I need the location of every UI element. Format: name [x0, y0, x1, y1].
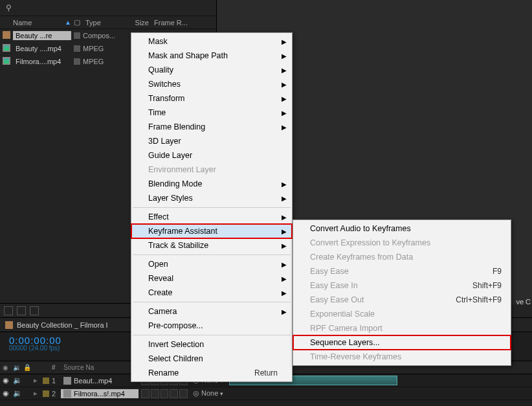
- eye-col-icon: ◉: [0, 364, 10, 371]
- col-name[interactable]: Name: [0, 19, 62, 27]
- submenu-item-label: Exponential Scale: [310, 310, 375, 319]
- context-menu[interactable]: Mask▶Mask and Shape Path▶Quality▶Switche…: [131, 32, 293, 382]
- label-swatch[interactable]: [71, 58, 83, 65]
- item-type-icon: [0, 57, 13, 66]
- footer-icon[interactable]: [4, 306, 13, 315]
- menu-item[interactable]: Transform▶: [131, 91, 292, 106]
- menu-item[interactable]: RenameReturn: [131, 366, 292, 380]
- timeline-layer-row[interactable]: ◉🔉▸2Filmora...s!.mp4◎ None ▾: [0, 387, 532, 400]
- submenu-item-label: Sequence Layers...: [310, 338, 380, 347]
- submenu-item: Easy Ease OutCtrl+Shift+F9: [293, 293, 511, 307]
- label-swatch[interactable]: [71, 45, 83, 52]
- audio-toggle[interactable]: 🔉: [10, 376, 21, 385]
- menu-item[interactable]: Frame Blending▶: [131, 120, 292, 134]
- eye-toggle[interactable]: ◉: [0, 376, 10, 385]
- submenu-item-label: Easy Ease Out: [310, 295, 364, 304]
- submenu-item-label: Convert Audio to Keyframes: [310, 224, 411, 233]
- menu-separator: [133, 254, 291, 255]
- eye-toggle[interactable]: ◉: [0, 389, 10, 398]
- menu-item[interactable]: 3D Layer: [131, 134, 292, 148]
- menu-item-label: Blending Mode: [148, 179, 202, 188]
- submenu-arrow-icon: ▶: [282, 52, 287, 60]
- twirl-icon[interactable]: ▸: [31, 376, 40, 385]
- label-swatch[interactable]: [71, 32, 83, 39]
- submenu-item-label: Time-Reverse Keyframes: [310, 352, 401, 361]
- submenu-arrow-icon: ▶: [282, 289, 287, 297]
- col-size[interactable]: Size: [122, 19, 151, 27]
- submenu-item: Exponential Scale: [293, 307, 511, 321]
- menu-shortcut: Ctrl+Shift+F9: [456, 295, 502, 304]
- menu-item-label: Track & Stabilize: [148, 241, 208, 250]
- menu-item[interactable]: Blending Mode▶: [131, 177, 292, 191]
- menu-item[interactable]: Layer Styles▶: [131, 191, 292, 205]
- menu-shortcut: Shift+F9: [472, 281, 502, 290]
- menu-item-label: Transform: [148, 94, 185, 103]
- menu-item-label: Pre-compose...: [148, 321, 203, 330]
- menu-item: Environment Layer: [131, 163, 292, 177]
- menu-separator: [133, 302, 291, 302]
- col-type[interactable]: Type: [83, 19, 122, 27]
- menu-item[interactable]: Switches▶: [131, 77, 292, 91]
- search-input[interactable]: [13, 3, 212, 13]
- audio-toggle[interactable]: 🔉: [10, 389, 21, 398]
- menu-item[interactable]: Mask and Shape Path▶: [131, 49, 292, 63]
- menu-item[interactable]: Reveal▶: [131, 271, 292, 286]
- menu-item-label: Keyframe Assistant: [148, 227, 217, 236]
- footer-icon[interactable]: [17, 306, 26, 315]
- menu-item[interactable]: Guide Layer: [131, 148, 292, 163]
- submenu-arrow-icon: ▶: [282, 67, 287, 74]
- blend-mode[interactable]: ◎ None ▾: [190, 389, 229, 398]
- menu-item[interactable]: Open▶: [131, 257, 292, 271]
- menu-shortcut: F9: [493, 267, 502, 276]
- layer-switches[interactable]: [139, 389, 190, 398]
- submenu-arrow-icon: ▶: [282, 214, 287, 221]
- menu-item-label: Invert Selection: [148, 340, 204, 349]
- menu-item[interactable]: Time▶: [131, 106, 292, 120]
- menu-item-label: Guide Layer: [148, 151, 192, 160]
- menu-item[interactable]: Quality▶: [131, 63, 292, 77]
- twirl-icon[interactable]: ▸: [31, 389, 40, 398]
- layer-index: 1: [49, 377, 61, 385]
- item-type: MPEG: [83, 45, 122, 52]
- layer-label[interactable]: [40, 390, 49, 397]
- menu-item[interactable]: Invert Selection: [131, 337, 292, 352]
- layer-name[interactable]: Beaut...mp4: [61, 377, 139, 385]
- menu-item[interactable]: Mask▶: [131, 34, 292, 49]
- submenu-item: Easy EaseF9: [293, 264, 511, 278]
- project-column-headers[interactable]: Name ▲ ▢ Type Size Frame R...: [0, 16, 216, 29]
- menu-item[interactable]: Track & Stabilize▶: [131, 238, 292, 253]
- item-name[interactable]: Beauty ....mp4: [13, 44, 71, 53]
- footer-icon[interactable]: [30, 306, 39, 315]
- menu-item[interactable]: Select Children: [131, 352, 292, 366]
- submenu-item[interactable]: Sequence Layers...: [293, 335, 511, 350]
- item-name[interactable]: Beauty ...re: [13, 31, 71, 40]
- layer-label[interactable]: [40, 378, 49, 384]
- submenu-item[interactable]: Convert Audio to Keyframes: [293, 221, 511, 236]
- menu-item-label: Create: [148, 288, 173, 297]
- submenu-arrow-icon: ▶: [282, 195, 287, 202]
- col-tag-icon[interactable]: ▢: [71, 18, 83, 27]
- menu-item[interactable]: Effect▶: [131, 210, 292, 224]
- layer-name[interactable]: Filmora...s!.mp4: [61, 389, 139, 398]
- submenu-arrow-icon: ▶: [282, 275, 287, 282]
- menu-item-label: Time: [148, 108, 166, 117]
- submenu-arrow-icon: ▶: [282, 124, 287, 131]
- submenu-arrow-icon: ▶: [282, 228, 287, 235]
- keyframe-assistant-submenu[interactable]: Convert Audio to KeyframesConvert Expres…: [293, 220, 511, 366]
- speaker-col-icon: 🔉: [10, 364, 21, 371]
- search-icon: ⚲: [4, 3, 13, 12]
- menu-item-label: Effect: [148, 212, 169, 221]
- col-framerate[interactable]: Frame R...: [151, 19, 216, 27]
- comp-icon: [5, 321, 13, 329]
- menu-item[interactable]: Keyframe Assistant▶: [131, 224, 292, 238]
- sort-arrow-icon: ▲: [62, 19, 71, 26]
- menu-item[interactable]: Create▶: [131, 286, 292, 300]
- item-name[interactable]: Filmora....mp4: [13, 57, 71, 66]
- track[interactable]: [229, 387, 532, 400]
- source-name-header: Source Na: [61, 364, 139, 371]
- menu-separator: [133, 207, 291, 208]
- submenu-arrow-icon: ▶: [282, 242, 287, 249]
- menu-item[interactable]: Camera▶: [131, 304, 292, 319]
- menu-item[interactable]: Pre-compose...: [131, 319, 292, 333]
- timecode-block[interactable]: 0:00:00:00 00000 (24.00 fps): [9, 335, 61, 352]
